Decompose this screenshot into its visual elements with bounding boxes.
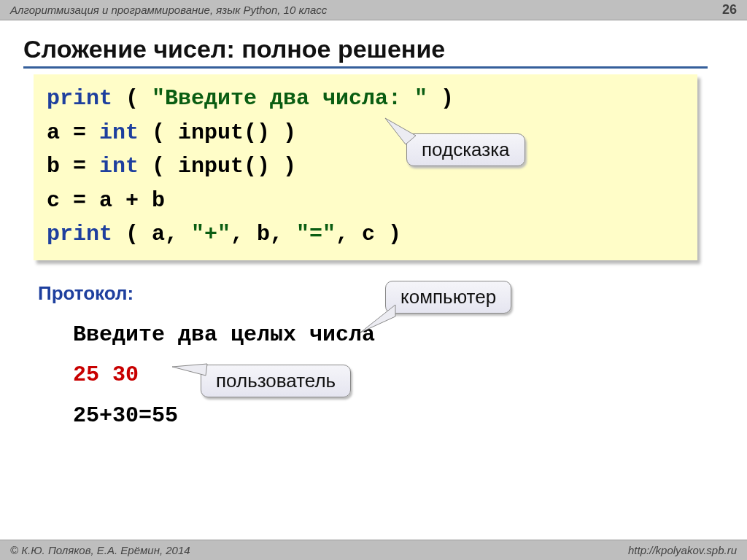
svg-marker-0	[385, 118, 416, 144]
code-line-5: print ( a, "+", b, "=", c )	[47, 217, 684, 252]
code-text: )	[427, 86, 454, 111]
code-text: b =	[47, 154, 99, 179]
callout-computer-label: компьютер	[400, 286, 496, 308]
callout-tail-icon	[360, 302, 404, 335]
callout-tail-icon	[385, 118, 422, 147]
keyword-print: print	[47, 86, 112, 111]
callout-hint: подсказка	[406, 133, 525, 166]
code-line-2: a = int ( input() )	[47, 116, 684, 150]
code-text: ( input() )	[139, 120, 296, 145]
callout-computer: компьютер	[385, 281, 511, 314]
code-text: , b,	[231, 222, 296, 246]
string-literal: "="	[296, 222, 336, 246]
keyword-print: print	[47, 222, 112, 246]
svg-marker-2	[172, 364, 207, 376]
code-text: , c )	[336, 222, 401, 246]
callout-user: пользователь	[201, 365, 351, 397]
svg-marker-1	[360, 305, 395, 332]
callout-user-label: пользователь	[216, 370, 336, 392]
code-line-1: print ( "Введите два числа: " )	[47, 82, 684, 116]
subject-text: Алгоритмизация и программирование, язык …	[10, 4, 327, 16]
code-text: ( a,	[112, 222, 191, 246]
footer-copyright: © К.Ю. Поляков, Е.А. Ерёмин, 2014	[10, 544, 190, 556]
code-text: a =	[47, 120, 99, 145]
footer-url: http://kpolyakov.spb.ru	[628, 544, 737, 556]
callout-hint-label: подсказка	[422, 139, 510, 160]
footer-bar: © К.Ю. Поляков, Е.А. Ерёмин, 2014 http:/…	[0, 540, 747, 560]
protocol-line-prompt: Введите два целых числа	[73, 315, 747, 356]
slide-title: Сложение чисел: полное решение	[23, 35, 708, 69]
code-block: print ( "Введите два числа: " ) a = int …	[34, 74, 697, 260]
code-text: ( input() )	[139, 154, 296, 179]
protocol-line-output: 25+30=55	[73, 396, 747, 437]
code-line-3: b = int ( input() )	[47, 149, 684, 184]
string-literal: "Введите два числа: "	[152, 86, 427, 111]
page-number: 26	[722, 2, 737, 18]
string-literal: "+"	[191, 222, 231, 246]
keyword-int: int	[99, 120, 139, 145]
code-text: (	[112, 86, 152, 111]
keyword-int: int	[99, 154, 139, 179]
callout-tail-icon	[172, 361, 212, 383]
header-bar: Алгоритмизация и программирование, язык …	[0, 0, 747, 20]
code-line-4: c = a + b	[47, 184, 684, 218]
